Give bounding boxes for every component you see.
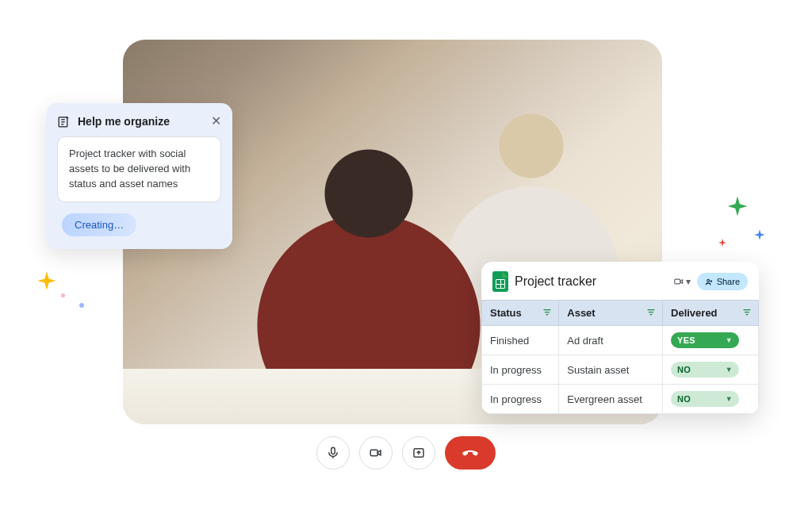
svg-rect-1 [674,279,680,284]
share-button[interactable]: Share [697,273,748,290]
creating-status-pill: Creating… [62,213,136,236]
close-icon[interactable]: ✕ [211,115,221,128]
prompt-input[interactable]: Project tracker with social assets to be… [57,136,221,202]
table-row[interactable]: Finished Ad draft YES▼ [482,326,759,355]
call-controls [0,436,812,470]
svg-rect-3 [331,447,335,454]
col-delivered[interactable]: Delivered [663,301,759,326]
sparkle-icon [36,270,58,292]
sparkle-icon [753,228,766,241]
mute-button[interactable] [316,436,350,470]
dot-icon [79,303,84,308]
sparkle-icon [718,238,727,247]
filter-icon[interactable] [646,307,656,319]
svg-rect-4 [370,450,377,456]
chevron-down-icon: ▼ [726,395,733,403]
filter-icon[interactable] [542,307,552,319]
chevron-down-icon: ▼ [726,336,733,344]
table-row[interactable]: In progress Evergreen asset NO▼ [482,385,759,414]
present-button[interactable] [402,436,435,470]
delivered-chip[interactable]: NO▼ [671,391,739,407]
help-me-organize-panel: Help me organize ✕ Project tracker with … [46,103,232,249]
help-panel-title: Help me organize [78,115,205,128]
camera-button[interactable] [359,436,393,470]
organize-icon [57,114,71,128]
sheet-title: Project tracker [515,274,667,289]
filter-icon[interactable] [742,307,752,319]
meet-camera-toggle[interactable]: ▾ [673,276,691,287]
share-label: Share [717,277,740,286]
project-tracker-table: Status Asset Delivered [481,300,759,414]
table-row[interactable]: In progress Sustain asset NO▼ [482,355,759,385]
sheets-preview-panel: Project tracker ▾ Share Status Asset [481,262,759,414]
dot-icon [61,293,65,297]
sheets-icon [492,271,508,292]
delivered-chip[interactable]: NO▼ [671,362,739,378]
hangup-button[interactable] [445,436,496,470]
sparkle-icon [726,194,749,218]
svg-point-2 [707,279,709,282]
col-status[interactable]: Status [482,301,559,326]
col-asset[interactable]: Asset [559,301,663,326]
chevron-down-icon: ▼ [726,366,733,374]
chevron-down-icon: ▾ [686,276,691,287]
delivered-chip[interactable]: YES▼ [671,332,739,348]
